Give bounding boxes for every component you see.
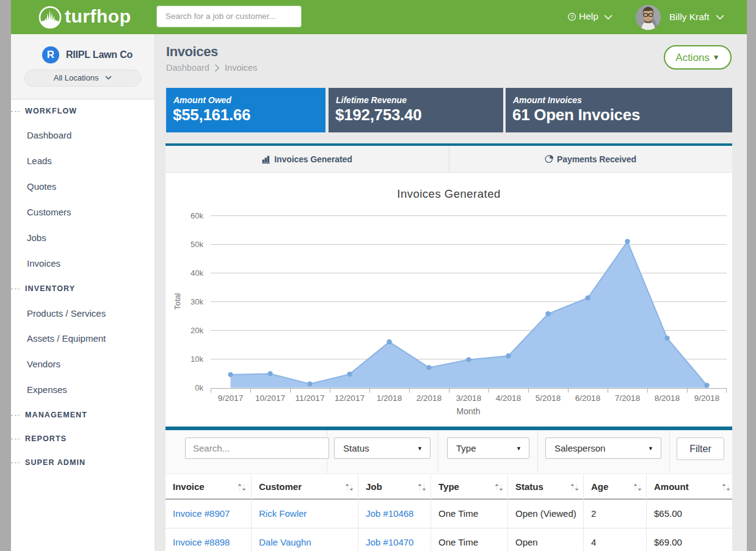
svg-text:4/2018: 4/2018 [496,394,521,403]
svg-text:50k: 50k [191,240,203,249]
svg-text:30k: 30k [191,297,203,306]
svg-text:Total: Total [173,293,182,310]
svg-text:Invoices Generated: Invoices Generated [397,187,500,200]
svg-text:11/2017: 11/2017 [296,394,325,403]
svg-text:10/2017: 10/2017 [255,394,285,403]
svg-text:10k: 10k [191,355,203,364]
svg-text:40k: 40k [191,268,203,278]
svg-text:Month: Month [457,406,481,416]
svg-text:0k: 0k [195,383,203,392]
svg-text:60k: 60k [191,211,203,220]
svg-text:3/2018: 3/2018 [456,394,481,403]
svg-text:5/2018: 5/2018 [536,394,561,403]
svg-text:?: ? [570,14,573,20]
svg-text:12/2017: 12/2017 [335,394,365,403]
svg-text:7/2018: 7/2018 [615,394,640,403]
svg-text:20k: 20k [191,326,203,335]
svg-text:2/2018: 2/2018 [416,394,442,403]
svg-text:8/2018: 8/2018 [655,394,680,403]
svg-text:1/2018: 1/2018 [377,394,402,403]
svg-text:6/2018: 6/2018 [575,394,600,403]
svg-text:9/2018: 9/2018 [694,394,719,403]
svg-text:9/2017: 9/2017 [218,394,243,403]
